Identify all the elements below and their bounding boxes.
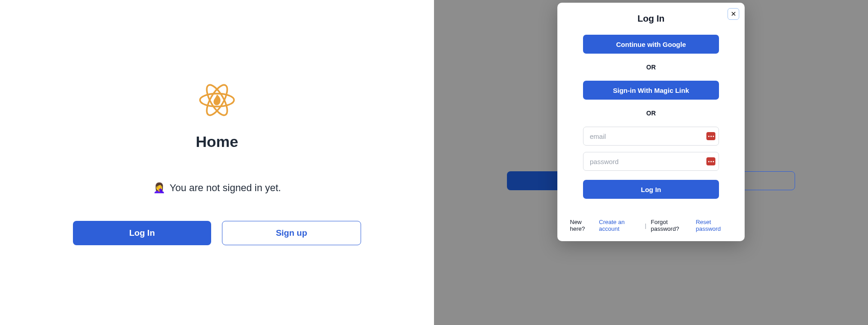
login-modal: ✕ Log In Continue with Google OR Sign-in… [557,3,745,241]
page-title: Home [196,133,238,151]
footer-divider: | [645,222,646,229]
close-button[interactable]: ✕ [728,8,739,20]
password-manager-icon[interactable] [706,157,715,165]
reset-password-link[interactable]: Reset password [696,219,732,232]
continue-with-google-button[interactable]: Continue with Google [583,35,719,54]
modal-footer: New here? Create an account | Forgot pas… [570,219,732,232]
left-pane: Home 🤦‍♀️ You are not signed in yet. Log… [0,0,434,325]
atom-fire-icon [197,80,237,120]
home-actions: Log In Sign up [73,221,361,245]
email-field[interactable] [583,127,719,146]
close-icon: ✕ [731,10,737,18]
email-field-wrap [583,127,719,146]
magic-link-button[interactable]: Sign-in With Magic Link [583,81,719,100]
or-separator: OR [571,64,731,71]
logo [197,80,237,120]
status-text: You are not signed in yet. [170,182,281,194]
password-manager-icon[interactable] [706,132,715,140]
right-pane: ✕ Log In Continue with Google OR Sign-in… [434,0,868,325]
forgot-password-prompt: Forgot password? [651,219,692,232]
create-account-link[interactable]: Create an account [599,219,640,232]
submit-login-button[interactable]: Log In [583,180,719,199]
modal-title: Log In [570,14,732,24]
password-field[interactable] [583,152,719,171]
signed-in-status: 🤦‍♀️ You are not signed in yet. [153,182,281,194]
signup-button[interactable]: Sign up [222,221,361,245]
password-field-wrap [583,152,719,171]
or-separator: OR [571,110,731,117]
home-container: Home 🤦‍♀️ You are not signed in yet. Log… [73,80,361,245]
facepalm-emoji-icon: 🤦‍♀️ [153,182,165,194]
new-here-prompt: New here? [570,219,594,232]
modal-body: Continue with Google OR Sign-in With Mag… [570,35,732,199]
login-button[interactable]: Log In [73,221,211,245]
